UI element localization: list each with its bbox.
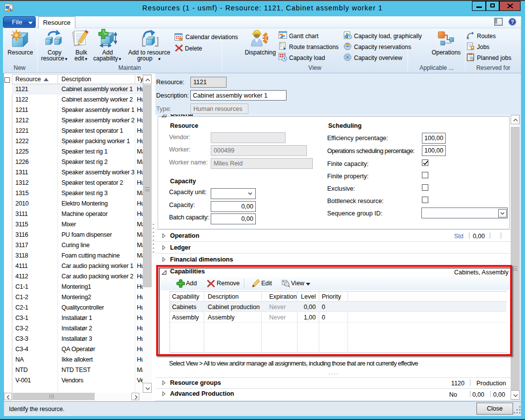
svg-text:1:: 1:	[280, 45, 282, 48]
svg-text:?: ?	[511, 19, 514, 25]
